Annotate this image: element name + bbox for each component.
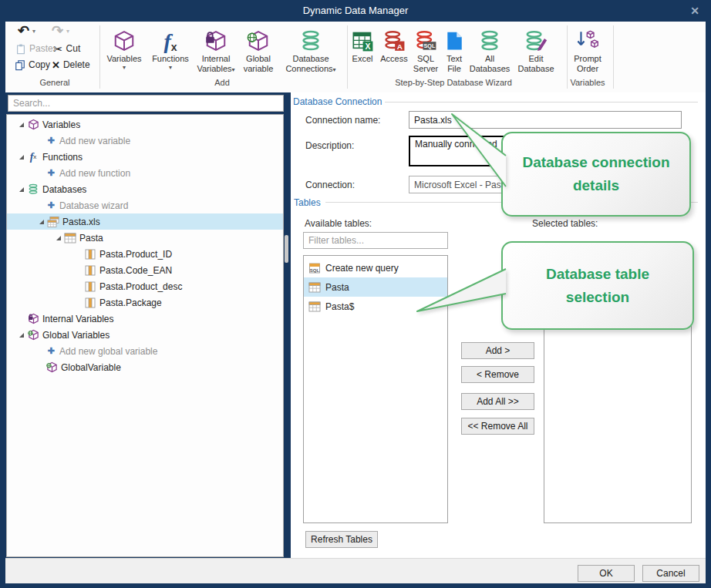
plus-icon: ✚	[45, 200, 56, 210]
search-input[interactable]	[8, 95, 284, 112]
chevron-down-icon: ▾	[123, 65, 126, 71]
add-button[interactable]: Add >	[461, 342, 534, 359]
tree-label: Functions	[42, 152, 83, 163]
variable-cube-icon	[27, 119, 39, 131]
expander-icon	[53, 236, 64, 240]
tree-item-field-package[interactable]: Pasta.Package	[7, 294, 283, 311]
remove-button[interactable]: < Remove	[461, 366, 534, 383]
tree-label: Add new global variable	[59, 346, 157, 357]
svg-text:SQL: SQL	[310, 267, 320, 272]
tree-item-variables[interactable]: Variables	[7, 116, 283, 133]
callout-text-line1: Database connection	[522, 151, 669, 174]
excel-label: Excel	[352, 54, 373, 63]
table-icon	[64, 232, 76, 244]
prompt-order-icon	[575, 25, 600, 52]
selected-tables-label: Selected tables:	[532, 218, 598, 229]
tree-item-add-new-global-variable[interactable]: ✚ Add new global variable	[7, 343, 283, 359]
internal-variables-label-2: Variables	[197, 64, 231, 73]
database-icon	[27, 183, 39, 196]
remove-all-button[interactable]: << Remove All	[461, 418, 534, 435]
variables-label: Variables	[106, 54, 141, 63]
global-variable-globe-cube-icon	[45, 361, 58, 374]
ribbon: ↶ ▾ ↷ ▾ Paste ✂ Cut Copy ✕ Delete Genera…	[5, 22, 706, 92]
delete-button[interactable]: ✕ Delete	[52, 58, 90, 72]
function-fx-icon: fx	[163, 25, 177, 52]
chevron-down-icon: ▾	[333, 66, 336, 73]
available-tables-label: Available tables:	[305, 218, 372, 229]
tree-item-databases[interactable]: Databases	[7, 181, 283, 197]
tree-label: Pasta.Code_EAN	[99, 265, 172, 276]
tree-item-global-variables[interactable]: Global Variables	[7, 327, 283, 343]
text-file-icon	[444, 25, 464, 52]
tree-label: Variables	[42, 119, 80, 130]
table-field-icon	[84, 248, 96, 260]
dialog-footer: OK Cancel	[5, 558, 706, 583]
table-field-icon	[84, 264, 96, 277]
chevron-down-icon: ▾	[32, 28, 35, 35]
table-icon	[308, 281, 321, 294]
tree-label: Databases	[42, 184, 86, 195]
undo-button[interactable]: ↶ ▾	[18, 24, 35, 38]
table-field-icon	[84, 281, 96, 293]
all-databases-label-1: All	[485, 54, 494, 63]
text-file-label-1: Text	[446, 54, 462, 63]
tree-item-functions[interactable]: fx Functions	[7, 149, 283, 165]
chevron-down-icon: ▾	[169, 65, 172, 71]
refresh-tables-button[interactable]: Refresh Tables	[305, 531, 378, 548]
cut-button[interactable]: ✂ Cut	[53, 42, 80, 55]
tree-label: Pasta.Package	[99, 297, 162, 308]
callout-text-line1: Database table	[546, 263, 649, 286]
tree-item-pasta-table[interactable]: Pasta	[7, 230, 283, 246]
prompt-order-label-1: Prompt	[574, 54, 601, 63]
table-field-icon	[84, 297, 96, 309]
callout-database-connection-details: Database connection details	[501, 132, 691, 217]
redo-button[interactable]: ↷ ▾	[52, 24, 69, 38]
global-variable-globe-cube-icon	[27, 329, 39, 341]
tree-item-pasta-xls[interactable]: Pasta.xls	[7, 213, 283, 230]
tree-label: Database wizard	[59, 200, 128, 211]
window-title: Dynamic Data Manager	[0, 0, 711, 22]
expander-icon	[36, 220, 47, 224]
excel-icon: X	[352, 25, 373, 52]
plus-icon: ✚	[45, 346, 56, 356]
delete-icon: ✕	[52, 59, 60, 71]
ok-button[interactable]: OK	[578, 565, 635, 582]
tree-item-field-product-desc[interactable]: Pasta.Product_desc	[7, 278, 283, 294]
variable-cube-icon	[113, 25, 136, 52]
callout-pointer	[413, 262, 513, 320]
paste-button[interactable]: Paste	[15, 42, 53, 55]
function-fx-icon: fx	[27, 151, 39, 163]
database-connections-label-2: Connections	[285, 64, 332, 73]
internal-variable-lock-cube-icon	[27, 313, 39, 325]
callout-text-line2: details	[573, 174, 619, 197]
tree-label: Add new function	[59, 168, 130, 179]
group-label-general: General	[13, 78, 96, 90]
edit-database-label-2: Database	[517, 64, 554, 73]
title-bar: Dynamic Data Manager ✕	[0, 0, 711, 22]
tree-item-field-code-ean[interactable]: Pasta.Code_EAN	[7, 262, 283, 278]
add-all-button[interactable]: Add All >>	[461, 393, 534, 410]
tree-item-internal-variables[interactable]: Internal Variables	[7, 311, 283, 327]
tree-item-add-new-function[interactable]: ✚ Add new function	[7, 165, 283, 181]
tree-item-field-product-id[interactable]: Pasta.Product_ID	[7, 246, 283, 262]
close-icon[interactable]: ✕	[686, 0, 703, 22]
table-icon	[308, 301, 321, 313]
expander-icon	[16, 187, 27, 192]
cut-label: Cut	[66, 43, 81, 54]
chevron-down-icon: ▾	[66, 28, 69, 35]
sql-server-label-1: SQL	[417, 54, 434, 63]
list-item-label: Create new query	[325, 263, 399, 274]
tree-label: Global Variables	[42, 330, 110, 341]
tree-item-globalvariable[interactable]: GlobalVariable	[7, 359, 283, 375]
tree-scrollbar-thumb[interactable]	[285, 235, 288, 263]
tree-item-add-new-variable[interactable]: ✚ Add new variable	[7, 133, 283, 149]
sql-server-label-2: Server	[413, 64, 438, 73]
tree-item-database-wizard[interactable]: ✚ Database wizard	[7, 197, 283, 213]
cancel-button[interactable]: Cancel	[642, 565, 699, 582]
tree-label: GlobalVariable	[61, 362, 121, 373]
copy-label: Copy	[29, 59, 50, 70]
tree-label: Pasta	[79, 233, 103, 244]
filter-tables-input[interactable]	[303, 232, 448, 249]
copy-button[interactable]: Copy	[15, 58, 50, 72]
functions-label: Functions	[152, 54, 189, 63]
